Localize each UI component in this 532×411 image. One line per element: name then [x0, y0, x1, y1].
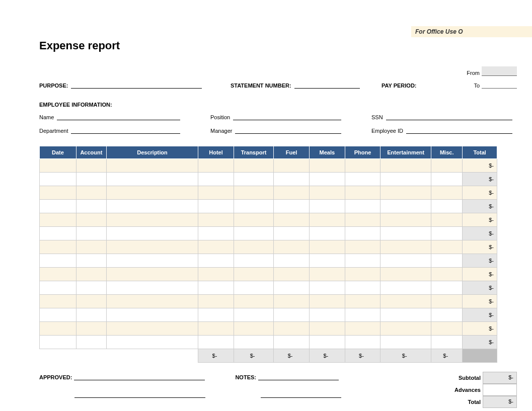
cell[interactable]: [431, 159, 463, 173]
cell[interactable]: [381, 268, 431, 281]
cell[interactable]: [431, 186, 463, 200]
cell[interactable]: [309, 254, 345, 268]
cell[interactable]: [40, 227, 77, 240]
cell[interactable]: [431, 322, 463, 336]
cell[interactable]: [309, 186, 345, 200]
department-input[interactable]: [71, 125, 180, 134]
cell[interactable]: [381, 186, 431, 200]
cell[interactable]: [106, 268, 198, 281]
cell[interactable]: [381, 295, 431, 308]
cell[interactable]: [274, 186, 310, 200]
cell[interactable]: [76, 213, 106, 227]
cell[interactable]: [76, 173, 106, 186]
cell[interactable]: [198, 173, 234, 186]
cell[interactable]: [431, 295, 463, 308]
cell[interactable]: [274, 213, 310, 227]
cell[interactable]: [431, 213, 463, 227]
cell[interactable]: [106, 200, 198, 213]
cell[interactable]: [234, 186, 273, 200]
cell[interactable]: [234, 227, 273, 240]
cell[interactable]: [76, 268, 106, 281]
cell[interactable]: [40, 254, 77, 268]
purpose-input[interactable]: [71, 80, 202, 89]
cell[interactable]: [106, 295, 198, 308]
cell[interactable]: [76, 281, 106, 295]
cell[interactable]: [198, 213, 234, 227]
cell[interactable]: [309, 322, 345, 336]
cell[interactable]: [345, 295, 381, 308]
employee-id-input[interactable]: [406, 125, 512, 134]
cell[interactable]: [106, 227, 198, 240]
cell[interactable]: [345, 240, 381, 254]
cell[interactable]: [345, 281, 381, 295]
cell[interactable]: [198, 186, 234, 200]
cell[interactable]: [431, 254, 463, 268]
cell[interactable]: [381, 213, 431, 227]
cell[interactable]: [345, 254, 381, 268]
cell[interactable]: [234, 295, 273, 308]
cell[interactable]: [76, 295, 106, 308]
cell[interactable]: [381, 159, 431, 173]
cell[interactable]: [274, 308, 310, 322]
cell[interactable]: [345, 159, 381, 173]
position-input[interactable]: [233, 112, 341, 120]
cell[interactable]: [274, 295, 310, 308]
cell[interactable]: [234, 159, 273, 173]
cell[interactable]: [234, 308, 273, 322]
cell[interactable]: [274, 268, 310, 281]
name-input[interactable]: [57, 112, 180, 120]
cell[interactable]: [431, 173, 463, 186]
cell[interactable]: [234, 281, 273, 295]
cell[interactable]: [274, 200, 310, 213]
cell[interactable]: [106, 186, 198, 200]
cell[interactable]: [106, 336, 198, 349]
cell[interactable]: [198, 254, 234, 268]
cell[interactable]: [274, 281, 310, 295]
cell[interactable]: [274, 240, 310, 254]
cell[interactable]: [234, 173, 273, 186]
cell[interactable]: [234, 200, 273, 213]
cell[interactable]: [309, 227, 345, 240]
cell[interactable]: [274, 254, 310, 268]
cell[interactable]: [309, 173, 345, 186]
cell[interactable]: [40, 322, 77, 336]
cell[interactable]: [381, 336, 431, 349]
cell[interactable]: [40, 240, 77, 254]
cell[interactable]: [381, 200, 431, 213]
cell[interactable]: [381, 254, 431, 268]
cell[interactable]: [106, 173, 198, 186]
cell[interactable]: [345, 200, 381, 213]
cell[interactable]: [309, 308, 345, 322]
cell[interactable]: [40, 281, 77, 295]
cell[interactable]: [309, 240, 345, 254]
cell[interactable]: [274, 336, 310, 349]
cell[interactable]: [40, 295, 77, 308]
cell[interactable]: [76, 200, 106, 213]
cell[interactable]: [76, 254, 106, 268]
approved-input-1[interactable]: [74, 372, 205, 380]
cell[interactable]: [309, 336, 345, 349]
cell[interactable]: [106, 254, 198, 268]
cell[interactable]: [234, 240, 273, 254]
cell[interactable]: [198, 281, 234, 295]
cell[interactable]: [76, 159, 106, 173]
cell[interactable]: [431, 308, 463, 322]
cell[interactable]: [76, 322, 106, 336]
cell[interactable]: [431, 281, 463, 295]
cell[interactable]: [274, 322, 310, 336]
cell[interactable]: [40, 308, 77, 322]
cell[interactable]: [106, 213, 198, 227]
cell[interactable]: [431, 336, 463, 349]
cell[interactable]: [106, 322, 198, 336]
approved-input-2[interactable]: [74, 389, 205, 398]
notes-input-1[interactable]: [258, 372, 339, 380]
cell[interactable]: [76, 227, 106, 240]
cell[interactable]: [76, 336, 106, 349]
cell[interactable]: [345, 322, 381, 336]
cell[interactable]: [234, 213, 273, 227]
cell[interactable]: [309, 268, 345, 281]
ssn-input[interactable]: [386, 112, 512, 120]
cell[interactable]: [381, 322, 431, 336]
cell[interactable]: [234, 268, 273, 281]
cell[interactable]: [381, 173, 431, 186]
